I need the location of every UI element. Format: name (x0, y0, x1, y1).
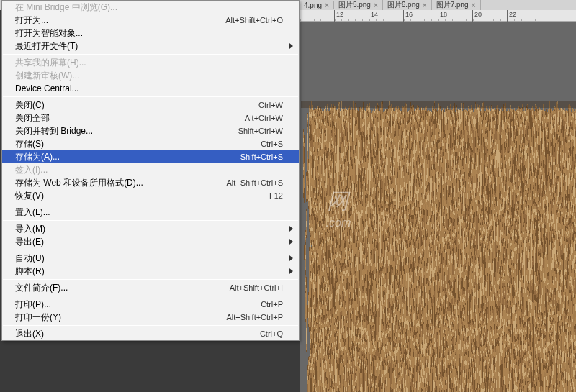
menu-item-label: 打开为智能对象... (15, 27, 283, 40)
document-tab[interactable]: 图片7.png× (432, 0, 481, 10)
menu-item[interactable]: 存储为(A)...Shift+Ctrl+S (2, 150, 299, 163)
menu-item-shortcut: Alt+Shift+Ctrl+P (226, 313, 283, 322)
ruler-tick: 14 (369, 10, 403, 22)
tab-label: 4.png (304, 1, 322, 9)
ruler-tick: 16 (403, 10, 438, 22)
menu-item[interactable]: 导入(M) (2, 222, 299, 235)
menu-item-label: 关闭全部 (15, 112, 245, 124)
menu-item-label: 打开为... (15, 14, 225, 27)
menu-item[interactable]: 打印一份(Y)Alt+Shift+Ctrl+P (2, 311, 299, 324)
menu-item-label: 导入(M) (15, 223, 283, 235)
menu-separator (3, 296, 298, 296)
menu-item-label: 打印(P)... (15, 298, 261, 311)
ruler-tick: 12 (334, 10, 369, 22)
menu-item: 创建新审核(W)... (2, 69, 299, 82)
menu-item[interactable]: Device Central... (2, 82, 299, 95)
menu-item[interactable]: 打印(P)...Ctrl+P (2, 298, 299, 311)
menu-item-shortcut: Ctrl+W (258, 101, 283, 109)
tab-label: 图片7.png (436, 0, 469, 10)
menu-item-label: 文件简介(F)... (15, 282, 230, 294)
menu-item-shortcut: Alt+Ctrl+W (245, 114, 283, 122)
ruler-tick (300, 10, 334, 22)
menu-item[interactable]: 导出(E) (2, 235, 299, 248)
menu-separator (3, 220, 298, 221)
menu-item-label: 存储为(A)... (15, 151, 240, 163)
menu-item-label: 在 Mini Bridge 中浏览(G)... (15, 1, 283, 14)
svg-rect-3 (301, 101, 576, 392)
menu-item-label: 打印一份(Y) (15, 311, 226, 324)
menu-separator (3, 250, 298, 250)
menu-item[interactable]: 关闭全部Alt+Ctrl+W (2, 111, 299, 124)
tab-label: 图片6.png (387, 0, 420, 10)
menu-item-label: 自动(U) (15, 252, 283, 265)
document-tab[interactable]: 4.png× (300, 1, 334, 9)
tab-label: 图片5.png (338, 0, 371, 10)
menu-item[interactable]: 打开为...Alt+Shift+Ctrl+O (2, 14, 299, 27)
menu-item-label: Device Central... (15, 83, 283, 94)
menu-item[interactable]: 关闭(C)Ctrl+W (2, 99, 299, 111)
menu-item-label: 退出(X) (15, 328, 260, 340)
menu-item-shortcut: Alt+Shift+Ctrl+S (226, 178, 283, 187)
horizontal-ruler: 121416182022 (300, 10, 576, 22)
canvas-area (301, 101, 576, 392)
menu-item-label: 关闭(C) (15, 99, 258, 111)
menu-item: 共享我的屏幕(H)... (2, 56, 299, 69)
menu-item[interactable]: 关闭并转到 Bridge...Shift+Ctrl+W (2, 124, 299, 137)
menu-item-label: 置入(L)... (15, 206, 283, 219)
close-icon[interactable]: × (423, 1, 427, 9)
menu-item-label: 存储为 Web 和设备所用格式(D)... (15, 177, 226, 189)
menu-item-label: 签入(I)... (15, 164, 283, 176)
menu-item-shortcut: Alt+Shift+Ctrl+O (225, 16, 283, 24)
menu-item[interactable]: 最近打开文件(T) (2, 40, 299, 53)
menu-item[interactable]: 打开为智能对象... (2, 27, 299, 40)
menu-item-shortcut: Alt+Shift+Ctrl+I (230, 283, 283, 292)
ruler-tick: 18 (438, 10, 472, 22)
menu-separator (3, 325, 298, 326)
menu-item-shortcut: Ctrl+S (261, 140, 283, 148)
menu-item-shortcut: Ctrl+Q (260, 329, 283, 338)
menu-item-label: 导出(E) (15, 236, 283, 248)
menu-item[interactable]: 置入(L)... (2, 206, 299, 219)
menu-item[interactable]: 存储(S)Ctrl+S (2, 137, 299, 150)
menu-item-label: 恢复(V) (15, 190, 269, 202)
menu-separator (3, 54, 298, 55)
menu-item-label: 关闭并转到 Bridge... (15, 125, 238, 137)
svg-rect-4 (301, 101, 576, 108)
menu-item-label: 共享我的屏幕(H)... (15, 57, 283, 69)
menu-item: 在 Mini Bridge 中浏览(G)... (2, 1, 299, 14)
menu-item: 签入(I)... (2, 163, 299, 176)
menu-item[interactable]: 恢复(V)F12 (2, 189, 299, 202)
menu-separator (3, 279, 298, 280)
menu-item-label: 创建新审核(W)... (15, 70, 283, 82)
menu-item-shortcut: Ctrl+P (261, 300, 283, 309)
hair-texture (301, 101, 576, 392)
close-icon[interactable]: × (472, 1, 476, 9)
menu-item[interactable]: 存储为 Web 和设备所用格式(D)...Alt+Shift+Ctrl+S (2, 176, 299, 189)
menu-item-shortcut: F12 (269, 191, 283, 200)
close-icon[interactable]: × (325, 1, 329, 9)
menu-item-label: 存储(S) (15, 138, 261, 150)
document-tab[interactable]: 图片6.png× (383, 0, 432, 10)
file-menu: 在 Mini Bridge 中浏览(G)...打开为...Alt+Shift+C… (1, 0, 300, 341)
document-tab[interactable]: 图片5.png× (334, 0, 383, 10)
menu-item[interactable]: 脚本(R) (2, 265, 299, 278)
menu-item[interactable]: 自动(U) (2, 252, 299, 265)
menu-item-label: 最近打开文件(T) (15, 40, 283, 53)
menu-separator (3, 204, 298, 204)
ruler-tick: 22 (507, 10, 541, 22)
menu-item[interactable]: 退出(X)Ctrl+Q (2, 327, 299, 340)
menu-separator (3, 96, 298, 97)
close-icon[interactable]: × (374, 1, 378, 9)
menu-item-shortcut: Shift+Ctrl+W (238, 127, 283, 135)
menu-item-label: 脚本(R) (15, 265, 283, 278)
menu-item-shortcut: Shift+Ctrl+S (240, 152, 283, 161)
menu-item[interactable]: 文件简介(F)...Alt+Shift+Ctrl+I (2, 281, 299, 294)
ruler-tick: 20 (472, 10, 507, 22)
